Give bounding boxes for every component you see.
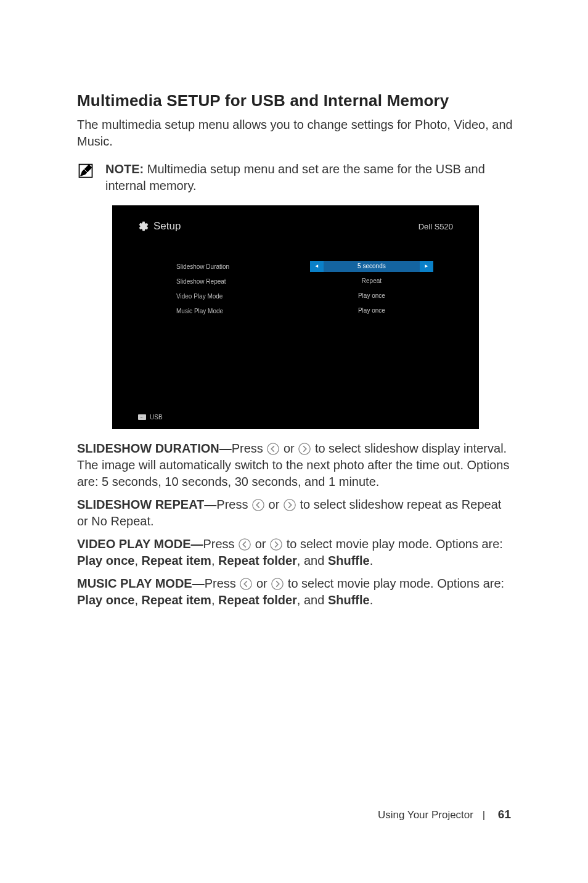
para-before: Press — [216, 498, 251, 511]
svg-point-1 — [267, 443, 279, 454]
source-label: USB — [150, 414, 163, 421]
menu-label: Slideshow Duration — [176, 263, 310, 270]
button-left-icon — [238, 538, 251, 551]
join: , — [134, 554, 141, 567]
menu-value[interactable]: ◄ 5 seconds ► — [310, 261, 433, 272]
button-left-icon — [251, 498, 265, 512]
para-lead: VIDEO PLAY MODE— — [77, 537, 203, 551]
para-music-play-mode: MUSIC PLAY MODE—Press or to select movie… — [77, 575, 514, 609]
button-left-icon — [266, 442, 280, 456]
button-right-icon — [298, 442, 311, 456]
opt: Repeat item — [142, 554, 211, 567]
note-text: NOTE: Multimedia setup menu and set are … — [105, 161, 514, 194]
join: , — [211, 593, 218, 607]
menu-value: Play once — [310, 305, 433, 316]
para-after: to select movie play mode. Options are: — [284, 577, 504, 590]
opt: Repeat item — [142, 593, 211, 607]
para-mid: or — [251, 537, 269, 551]
svg-point-3 — [253, 499, 264, 511]
page-heading: Multimedia SETUP for USB and Internal Me… — [77, 91, 514, 110]
para-lead: SLIDESHOW DURATION— — [77, 442, 232, 455]
footer-separator: | — [483, 809, 485, 821]
note-label: NOTE: — [105, 162, 144, 176]
svg-point-8 — [272, 578, 283, 589]
menu-row-slideshow-duration[interactable]: Slideshow Duration ◄ 5 seconds ► — [176, 261, 433, 272]
para-mid: or — [280, 442, 298, 455]
opt: Shuffle — [328, 554, 370, 567]
note-pencil-icon — [77, 162, 94, 179]
opt: Play once — [77, 554, 134, 567]
page-number: 61 — [498, 808, 511, 821]
footer-section: Using Your Projector — [378, 809, 473, 821]
para-before: Press — [232, 442, 267, 455]
join: , — [211, 554, 218, 567]
para-slideshow-repeat: SLIDESHOW REPEAT—Press or to select slid… — [77, 496, 514, 530]
svg-point-7 — [240, 578, 251, 589]
menu-row-slideshow-repeat[interactable]: Slideshow Repeat Repeat — [176, 276, 433, 287]
arrow-left-icon[interactable]: ◄ — [310, 261, 324, 272]
menu-label: Music Play Mode — [176, 308, 310, 314]
menu-row-video-play-mode[interactable]: Video Play Mode Play once — [176, 290, 433, 302]
menu-row-music-play-mode[interactable]: Music Play Mode Play once — [176, 305, 433, 316]
join: , and — [297, 554, 328, 567]
menu-rows: Slideshow Duration ◄ 5 seconds ► Slidesh… — [127, 261, 464, 414]
para-lead: MUSIC PLAY MODE— — [77, 577, 205, 590]
menu-label: Slideshow Repeat — [176, 278, 310, 285]
svg-point-6 — [271, 539, 282, 550]
svg-point-5 — [239, 539, 250, 550]
para-mid: or — [265, 498, 283, 511]
opt: Shuffle — [328, 593, 370, 607]
para-mid: or — [253, 577, 271, 590]
join: , — [134, 593, 141, 607]
screen-title: Setup — [153, 220, 181, 232]
button-right-icon — [271, 577, 284, 591]
gear-icon — [138, 221, 149, 232]
note-block: NOTE: Multimedia setup menu and set are … — [77, 161, 514, 194]
menu-value: Play once — [310, 290, 433, 302]
opt: Repeat folder — [218, 593, 297, 607]
brand-label: Dell S520 — [419, 222, 453, 231]
note-body: Multimedia setup menu and set are the sa… — [105, 162, 485, 192]
menu-value: Repeat — [310, 276, 433, 287]
join: . — [370, 593, 374, 607]
usb-source-icon: ← — [138, 414, 146, 420]
embedded-screenshot: Setup Dell S520 Slideshow Duration ◄ 5 s… — [112, 205, 479, 429]
menu-label: Video Play Mode — [176, 293, 310, 300]
source-footer: ← USB — [127, 414, 464, 425]
para-slideshow-duration: SLIDESHOW DURATION—Press or to select sl… — [77, 440, 514, 490]
para-video-play-mode: VIDEO PLAY MODE—Press or to select movie… — [77, 536, 514, 569]
join: . — [370, 554, 374, 567]
intro-paragraph: The multimedia setup menu allows you to … — [77, 117, 514, 150]
svg-point-4 — [284, 499, 295, 511]
page-footer: Using Your Projector | 61 — [378, 808, 511, 821]
svg-point-2 — [299, 443, 310, 454]
para-before: Press — [205, 577, 240, 590]
para-lead: SLIDESHOW REPEAT— — [77, 498, 216, 511]
opt: Play once — [77, 593, 134, 607]
button-right-icon — [269, 538, 283, 551]
button-left-icon — [239, 577, 253, 591]
button-right-icon — [283, 498, 296, 512]
para-after: to select movie play mode. Options are: — [283, 537, 503, 551]
arrow-right-icon[interactable]: ► — [420, 261, 433, 272]
join: , and — [297, 593, 328, 607]
opt: Repeat folder — [218, 554, 297, 567]
para-before: Press — [203, 537, 239, 551]
menu-value-text: 5 seconds — [357, 261, 386, 272]
